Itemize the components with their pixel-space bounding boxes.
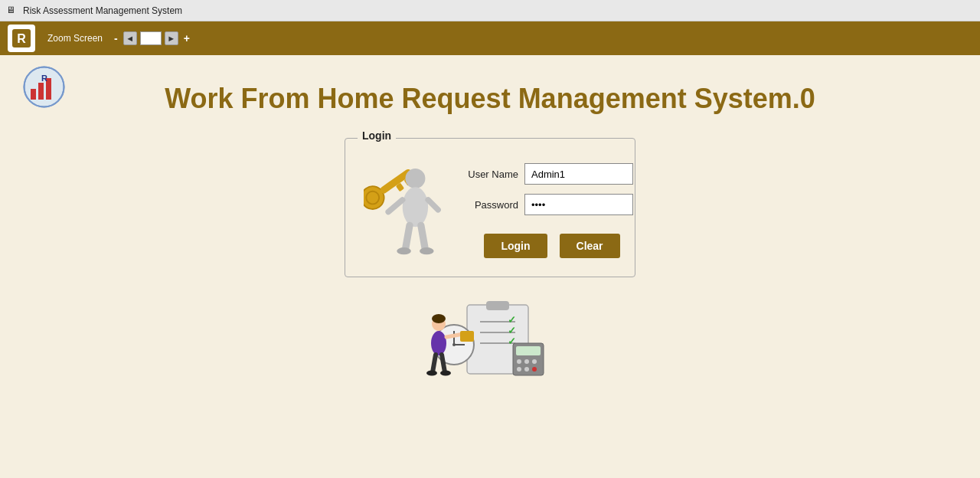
password-label: Password bbox=[463, 199, 518, 211]
username-input[interactable] bbox=[524, 163, 633, 185]
bottom-svg: ✓ ✓ ✓ bbox=[425, 297, 555, 381]
svg-line-46 bbox=[442, 355, 445, 372]
logo-svg: R bbox=[11, 28, 32, 49]
svg-line-18 bbox=[421, 225, 426, 250]
title-bar-text: Risk Assessment Management System bbox=[23, 5, 182, 16]
zoom-plus-button[interactable]: + bbox=[181, 32, 192, 44]
svg-point-19 bbox=[397, 247, 411, 254]
login-form-fields: User Name Password Login Clear bbox=[463, 159, 633, 258]
svg-point-20 bbox=[420, 247, 434, 254]
zoom-left-button[interactable]: ◄ bbox=[123, 31, 137, 45]
svg-point-31 bbox=[517, 359, 521, 364]
zoom-right-button[interactable]: ► bbox=[165, 31, 178, 45]
button-row: Login Clear bbox=[463, 234, 633, 258]
svg-point-43 bbox=[431, 331, 446, 355]
app-logo: R bbox=[23, 66, 65, 108]
username-label: User Name bbox=[463, 169, 518, 180]
login-illustration bbox=[364, 159, 456, 258]
svg-point-14 bbox=[403, 187, 428, 227]
password-row: Password bbox=[463, 194, 633, 215]
login-box: Login bbox=[345, 138, 635, 277]
svg-point-48 bbox=[440, 371, 451, 376]
svg-point-32 bbox=[524, 359, 529, 364]
svg-rect-22 bbox=[486, 301, 509, 310]
svg-point-36 bbox=[532, 367, 537, 372]
app-icon: 🖥 bbox=[6, 5, 18, 17]
zoom-controls: - ◄ ► + bbox=[112, 31, 192, 45]
login-inner: User Name Password Login Clear bbox=[364, 159, 616, 258]
svg-text:✓: ✓ bbox=[508, 314, 516, 326]
svg-text:R: R bbox=[41, 74, 47, 83]
svg-rect-49 bbox=[460, 331, 474, 342]
toolbar: R Zoom Screen - ◄ ► + bbox=[0, 21, 980, 55]
svg-line-15 bbox=[388, 200, 403, 212]
svg-text:✓: ✓ bbox=[508, 325, 516, 336]
svg-line-16 bbox=[428, 200, 438, 210]
title-bar: 🖥 Risk Assessment Management System bbox=[0, 0, 980, 21]
zoom-label: Zoom Screen bbox=[47, 33, 103, 44]
person-key-svg bbox=[364, 159, 456, 258]
svg-point-13 bbox=[405, 169, 425, 188]
svg-line-17 bbox=[405, 225, 410, 250]
svg-text:R: R bbox=[17, 32, 26, 45]
login-button[interactable]: Login bbox=[484, 234, 547, 258]
app-title: Work From Home Request Management System… bbox=[23, 83, 957, 115]
username-row: User Name bbox=[463, 163, 633, 185]
main-content: R Work From Home Request Management Syst… bbox=[0, 55, 980, 478]
svg-point-33 bbox=[532, 359, 537, 364]
svg-point-35 bbox=[524, 367, 529, 372]
svg-rect-4 bbox=[38, 83, 44, 100]
login-legend: Login bbox=[358, 129, 396, 142]
svg-rect-3 bbox=[31, 89, 36, 100]
svg-point-42 bbox=[432, 314, 446, 323]
zoom-box bbox=[140, 31, 162, 45]
svg-point-34 bbox=[517, 367, 521, 372]
svg-rect-30 bbox=[516, 346, 541, 355]
logo-circle-svg: R bbox=[23, 66, 65, 108]
clear-button[interactable]: Clear bbox=[560, 234, 620, 258]
svg-point-47 bbox=[426, 371, 437, 376]
zoom-minus-button[interactable]: - bbox=[112, 32, 120, 44]
bottom-illustration: ✓ ✓ ✓ bbox=[23, 297, 957, 381]
svg-line-45 bbox=[433, 355, 436, 372]
password-input[interactable] bbox=[524, 194, 633, 215]
login-container: Login bbox=[23, 138, 957, 277]
toolbar-logo: R bbox=[8, 25, 35, 52]
